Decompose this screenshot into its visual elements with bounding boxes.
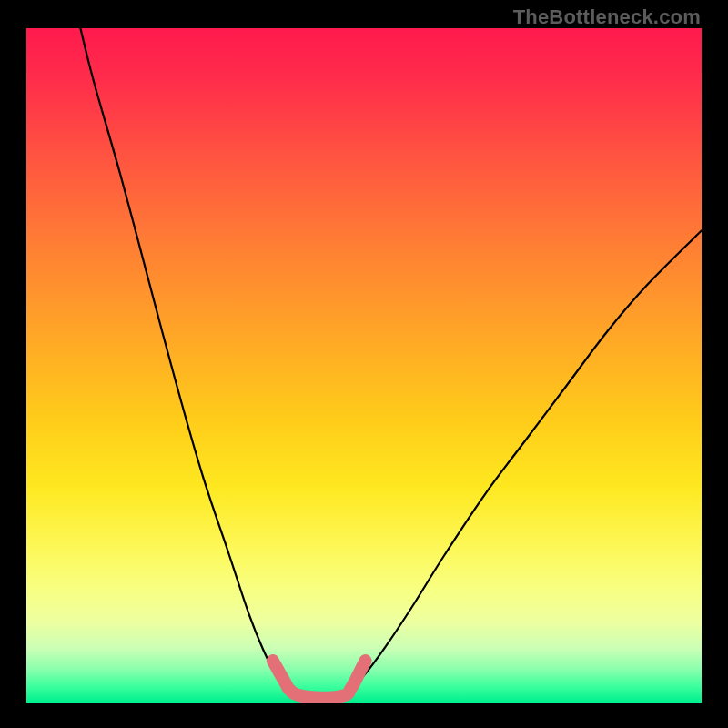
watermark-text: TheBottleneck.com xyxy=(513,5,701,29)
series-bottleneck-curve-left xyxy=(80,28,286,689)
series-optimal-zone-marker xyxy=(273,661,366,698)
curves-layer xyxy=(26,28,702,703)
series-bottleneck-curve-right xyxy=(350,230,702,689)
chart-frame: TheBottleneck.com xyxy=(0,0,728,728)
plot-area xyxy=(26,28,702,703)
